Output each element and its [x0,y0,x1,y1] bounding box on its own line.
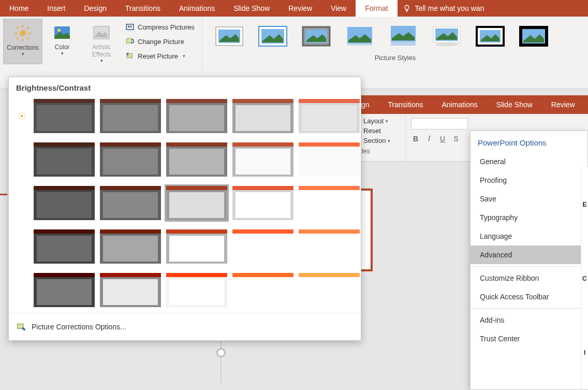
bc-preset[interactable] [232,99,293,133]
bg-tab-review[interactable]: Review [542,100,584,109]
opt-language[interactable]: Language [471,227,587,245]
tab-home[interactable]: Home [0,0,38,17]
bc-preset[interactable] [100,142,161,177]
bc-preset[interactable] [166,99,227,133]
dropdown-caret-icon: ▾ [100,58,103,63]
bc-preset[interactable] [100,99,161,133]
bc-preset[interactable] [232,229,293,264]
change-picture-button[interactable]: Change Picture [123,36,197,47]
section-label: Section [363,137,386,145]
bc-preset[interactable] [100,229,161,264]
change-label: Change Picture [138,38,184,46]
reset-button[interactable]: Reset [354,127,403,135]
bg-tab-animations[interactable]: Animations [433,100,487,109]
bc-preset[interactable] [100,273,161,307]
picture-style-3[interactable] [300,25,333,48]
dropdown-caret-icon: ▾ [61,51,64,56]
compress-pictures-button[interactable]: Compress Pictures [123,21,197,33]
options-title: PowerPoint Options [471,131,587,152]
artistic-icon [91,22,112,44]
bg-tab-slideshow[interactable]: Slide Show [487,100,542,109]
bc-preset[interactable] [34,186,95,220]
compress-icon [125,22,135,32]
tab-format[interactable]: Format [356,0,397,17]
bc-preset[interactable] [299,186,360,220]
color-button[interactable]: Color ▾ [42,19,82,64]
bc-preset-selected[interactable] [166,186,227,220]
opt-trust-center[interactable]: Trust Center [471,329,587,348]
bc-preset[interactable] [34,99,95,133]
svg-line-41 [19,118,20,119]
tell-me[interactable]: Tell me what you wan [398,0,490,17]
artistic-effects-button[interactable]: Artistic Effects ▾ [82,19,121,64]
picture-style-8[interactable] [517,25,550,48]
underline-button[interactable]: U [438,135,447,143]
picture-style-4[interactable] [343,25,376,48]
opt-typography[interactable]: Typography [471,208,587,227]
section-button[interactable]: Section▾ [354,137,403,145]
tab-design[interactable]: Design [75,0,116,17]
insertion-handle[interactable] [216,348,226,357]
reset-picture-button[interactable]: Reset Picture ▾ [123,50,197,62]
svg-line-39 [19,113,20,114]
opt-save[interactable]: Save [471,190,587,208]
dropdown-caret-icon: ▾ [22,51,24,56]
opt-proofing[interactable]: Proofing [471,171,587,190]
picture-style-2[interactable] [256,25,289,48]
bc-preset[interactable] [299,142,360,177]
tab-slideshow[interactable]: Slide Show [224,0,279,17]
opt-general[interactable]: General [471,152,587,171]
adjust-small-buttons: Compress Pictures Change Picture Reset P… [121,19,199,64]
tab-animations[interactable]: Animations [170,0,224,17]
bc-preset[interactable] [166,273,227,307]
picture-style-7[interactable] [474,25,507,48]
lightbulb-icon [403,4,411,12]
svg-point-28 [435,43,458,46]
bc-preset[interactable] [34,142,95,177]
opt-advanced[interactable]: Advanced [471,245,587,264]
separator [471,266,587,267]
opt-addins[interactable]: Add-ins [471,311,587,329]
bc-preset[interactable] [34,229,95,264]
bc-preset[interactable] [166,229,227,264]
italic-button[interactable]: I [424,135,434,143]
bc-preset[interactable] [34,273,95,307]
picture-corrections-options[interactable]: Picture Corrections Options... [9,313,361,335]
tab-insert[interactable]: Insert [38,0,75,17]
svg-line-6 [27,38,29,39]
strikethrough-button[interactable]: S [451,135,461,143]
bc-preset[interactable] [232,273,293,307]
font-name-input[interactable] [411,118,468,129]
reset-slide-label: Reset [363,127,381,135]
tab-transitions[interactable]: Transitions [116,0,170,17]
bc-preset[interactable] [166,142,227,177]
tab-review[interactable]: Review [279,0,321,17]
tab-view[interactable]: View [321,0,356,17]
bc-preset[interactable] [232,142,293,177]
sun-icon [12,22,34,44]
options-category-list: General Proofing Save Typography Languag… [471,152,587,348]
bc-preset[interactable] [100,186,161,220]
layout-button[interactable]: Layout▾ [354,117,403,125]
picture-style-6[interactable] [430,25,463,48]
corrections-options-icon [16,322,26,332]
bc-preset[interactable] [232,186,293,220]
bc-preset[interactable] [299,229,360,264]
corrections-button[interactable]: Corrections ▾ [3,19,42,64]
slides-group-label: lides [354,147,403,155]
opt-quick-access[interactable]: Quick Access Toolbar [471,287,587,306]
svg-point-0 [20,30,26,36]
svg-line-5 [17,27,18,28]
ribbon-tabstrip: Home Insert Design Transitions Animation… [0,0,588,17]
dropdown-caret-icon: ▾ [183,53,185,59]
bold-button[interactable]: B [411,135,420,143]
bg-ribbon-tabs: gn Transitions Animations Slide Show Rev… [352,95,588,114]
picture-style-1[interactable] [213,25,246,48]
bc-preset[interactable] [299,99,360,133]
bg-tab-transitions[interactable]: Transitions [379,100,433,109]
bc-preset[interactable] [299,273,360,307]
svg-rect-14 [126,39,132,43]
reset-picture-icon [125,51,135,61]
picture-style-5[interactable] [387,25,420,48]
opt-customize-ribbon[interactable]: Customize Ribbon [471,269,587,287]
